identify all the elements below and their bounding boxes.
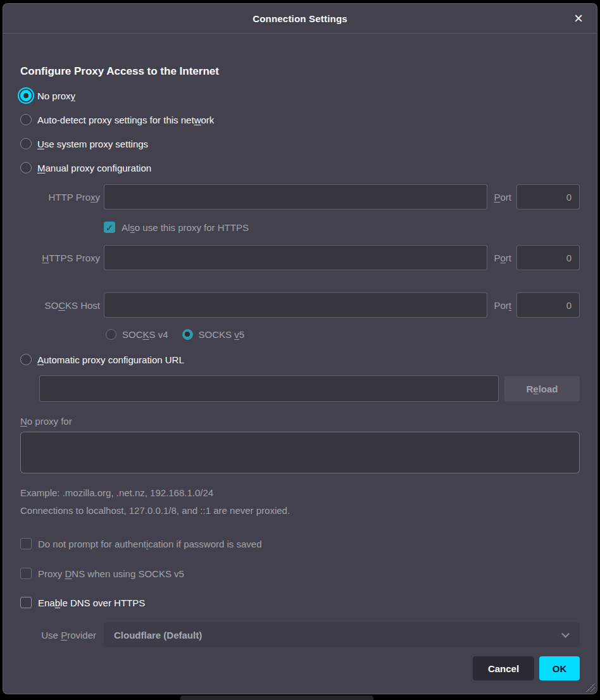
enable-doh-label: Enable DNS over HTTPS — [38, 597, 145, 608]
radio-manual-label: Manual proxy configuration — [37, 163, 151, 173]
https-port-label: Port — [494, 253, 511, 263]
chevron-down-icon — [561, 630, 570, 638]
checkbox-icon[interactable]: ✓ — [104, 222, 115, 233]
http-proxy-label: HTTP Proxy — [20, 192, 104, 203]
http-proxy-input[interactable] — [104, 184, 487, 209]
reload-button[interactable]: Reload — [504, 376, 580, 401]
socks-host-input[interactable] — [104, 292, 487, 318]
no-proxy-for-textarea[interactable] — [20, 432, 580, 473]
radio-autoproxy-label: Automatic proxy configuration URL — [37, 354, 184, 365]
radio-no-proxy-label: No proxy — [37, 91, 75, 101]
radio-button-icon[interactable] — [20, 138, 32, 149]
enable-doh-checkbox[interactable]: Enable DNS over HTTPS — [20, 596, 580, 609]
checkbox-icon[interactable] — [20, 597, 32, 608]
radio-button-icon[interactable] — [20, 354, 32, 365]
share-proxy-https-checkbox[interactable]: ✓ Also use this proxy for HTTPS — [104, 220, 580, 234]
socks-host-label: SOCKS Host — [20, 300, 104, 311]
background-page-edge — [180, 696, 373, 700]
dialog-title: Connection Settings — [253, 13, 347, 24]
radio-button-icon[interactable] — [20, 90, 32, 101]
localhost-note-text: Connections to localhost, 127.0.0.1/8, a… — [20, 504, 580, 518]
no-prompt-auth-checkbox[interactable]: Do not prompt for authentication if pass… — [20, 537, 580, 551]
close-icon[interactable]: × — [569, 9, 588, 28]
share-proxy-https-label: Also use this proxy for HTTPS — [122, 222, 249, 233]
radio-button-icon[interactable] — [20, 114, 32, 125]
doh-provider-value: Cloudflare (Default) — [114, 630, 202, 641]
cancel-button[interactable]: Cancel — [473, 656, 534, 680]
https-proxy-input[interactable] — [104, 245, 487, 270]
no-proxy-example-text: Example: .mozilla.org, .net.nz, 192.168.… — [20, 486, 580, 500]
no-proxy-for-label: No proxy for — [20, 416, 580, 427]
socks-host-row: SOCKS Host Port — [20, 292, 580, 318]
autoproxy-url-row: Reload — [39, 375, 580, 402]
http-proxy-row: HTTP Proxy Port — [20, 184, 580, 209]
socks-port-label: Port — [494, 300, 511, 311]
https-port-input[interactable] — [516, 245, 580, 270]
radio-button-icon[interactable] — [106, 329, 116, 340]
checkbox-icon[interactable] — [20, 538, 32, 549]
socks-v4-label: SOCKS v4 — [122, 329, 168, 340]
socks-v5-label: SOCKS v5 — [199, 329, 245, 340]
radio-autoproxy-url[interactable]: Automatic proxy configuration URL — [20, 352, 580, 367]
radio-autodetect-label: Auto-detect proxy settings for this netw… — [37, 115, 214, 125]
no-prompt-auth-label: Do not prompt for authentication if pass… — [38, 539, 262, 549]
dialog-button-row: Cancel OK — [20, 656, 580, 680]
https-proxy-label: HTTPS Proxy — [20, 253, 104, 263]
autoproxy-url-input[interactable] — [39, 375, 499, 402]
radio-button-icon[interactable] — [20, 162, 32, 173]
radio-system-label: Use system proxy settings — [37, 139, 148, 149]
connection-settings-dialog: Connection Settings × Configure Proxy Ac… — [3, 3, 597, 694]
doh-provider-select[interactable]: Cloudflare (Default) — [104, 622, 580, 647]
http-port-input[interactable] — [516, 184, 580, 209]
socks-port-input[interactable] — [516, 292, 580, 318]
check-icon: ✓ — [106, 223, 114, 232]
proxy-dns-socks5-checkbox[interactable]: Proxy DNS when using SOCKS v5 — [20, 566, 580, 580]
use-provider-label: Use Provider — [20, 630, 104, 641]
radio-button-icon[interactable] — [182, 329, 193, 340]
page-title: Configure Proxy Access to the Internet — [20, 64, 580, 79]
https-proxy-row: HTTPS Proxy Port — [20, 245, 580, 270]
radio-autodetect-proxy[interactable]: Auto-detect proxy settings for this netw… — [20, 112, 580, 127]
resize-grip[interactable] — [586, 683, 595, 692]
http-port-label: Port — [494, 192, 511, 203]
socks-version-row: SOCKS v4 SOCKS v5 — [106, 327, 580, 342]
ok-button[interactable]: OK — [539, 656, 580, 680]
proxy-dns-socks5-label: Proxy DNS when using SOCKS v5 — [38, 568, 184, 579]
dialog-content: Configure Proxy Access to the Internet N… — [3, 64, 597, 680]
checkbox-icon[interactable] — [20, 568, 32, 579]
radio-no-proxy[interactable]: No proxy — [20, 88, 580, 103]
radio-manual-proxy[interactable]: Manual proxy configuration — [20, 160, 580, 175]
radio-system-proxy[interactable]: Use system proxy settings — [20, 136, 580, 151]
doh-provider-row: Use Provider Cloudflare (Default) — [20, 622, 580, 647]
dialog-titlebar: Connection Settings × — [3, 4, 597, 34]
